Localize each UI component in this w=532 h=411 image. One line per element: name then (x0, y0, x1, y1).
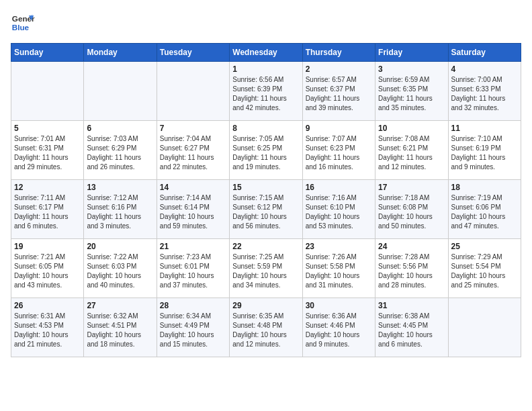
calendar-cell: 26Sunrise: 6:31 AM Sunset: 4:53 PM Dayli… (11, 298, 84, 357)
calendar-cell: 3Sunrise: 6:59 AM Sunset: 6:35 PM Daylig… (375, 62, 448, 121)
calendar-cell: 30Sunrise: 6:36 AM Sunset: 4:46 PM Dayli… (302, 298, 375, 357)
day-number: 6 (87, 124, 153, 133)
cell-info: Sunrise: 7:05 AM Sunset: 6:25 PM Dayligh… (232, 134, 299, 172)
calendar-cell: 9Sunrise: 7:07 AM Sunset: 6:23 PM Daylig… (302, 121, 375, 180)
logo-icon: General Blue (11, 11, 35, 35)
cell-info: Sunrise: 7:23 AM Sunset: 6:01 PM Dayligh… (160, 253, 226, 290)
calendar-table: SundayMondayTuesdayWednesdayThursdayFrid… (11, 43, 521, 357)
cell-info: Sunrise: 7:16 AM Sunset: 6:10 PM Dayligh… (306, 193, 372, 231)
cell-info: Sunrise: 7:12 AM Sunset: 6:16 PM Dayligh… (87, 193, 153, 231)
cell-info: Sunrise: 6:35 AM Sunset: 4:48 PM Dayligh… (232, 312, 299, 349)
calendar-cell (157, 62, 229, 121)
col-header-friday: Friday (375, 44, 448, 62)
day-number: 10 (378, 124, 445, 133)
calendar-cell: 20Sunrise: 7:22 AM Sunset: 6:03 PM Dayli… (84, 239, 157, 298)
cell-info: Sunrise: 7:29 AM Sunset: 5:54 PM Dayligh… (451, 253, 518, 290)
cell-info: Sunrise: 6:34 AM Sunset: 4:49 PM Dayligh… (160, 312, 226, 349)
calendar-cell: 13Sunrise: 7:12 AM Sunset: 6:16 PM Dayli… (84, 180, 157, 239)
day-number: 29 (232, 301, 299, 310)
cell-info: Sunrise: 7:28 AM Sunset: 5:56 PM Dayligh… (378, 253, 445, 290)
calendar-cell: 1Sunrise: 6:56 AM Sunset: 6:39 PM Daylig… (230, 62, 302, 121)
day-number: 9 (306, 124, 372, 133)
calendar-cell: 21Sunrise: 7:23 AM Sunset: 6:01 PM Dayli… (157, 239, 229, 298)
col-header-tuesday: Tuesday (157, 44, 229, 62)
calendar-cell: 17Sunrise: 7:18 AM Sunset: 6:08 PM Dayli… (375, 180, 448, 239)
day-number: 14 (160, 183, 226, 192)
day-number: 20 (87, 242, 153, 251)
day-number: 4 (451, 64, 518, 74)
week-row-2: 5Sunrise: 7:01 AM Sunset: 6:31 PM Daylig… (11, 121, 521, 180)
day-number: 3 (378, 64, 445, 74)
day-number: 27 (87, 301, 153, 310)
col-header-monday: Monday (84, 44, 157, 62)
day-number: 13 (87, 183, 153, 192)
cell-info: Sunrise: 7:04 AM Sunset: 6:27 PM Dayligh… (160, 134, 226, 172)
calendar-cell: 24Sunrise: 7:28 AM Sunset: 5:56 PM Dayli… (375, 239, 448, 298)
calendar-cell (84, 62, 157, 121)
calendar-cell: 28Sunrise: 6:34 AM Sunset: 4:49 PM Dayli… (157, 298, 229, 357)
cell-info: Sunrise: 6:56 AM Sunset: 6:39 PM Dayligh… (232, 75, 299, 113)
calendar-cell: 10Sunrise: 7:08 AM Sunset: 6:21 PM Dayli… (375, 121, 448, 180)
cell-info: Sunrise: 7:21 AM Sunset: 6:05 PM Dayligh… (14, 253, 81, 290)
calendar-cell (448, 298, 521, 357)
day-number: 5 (14, 124, 81, 133)
day-number: 25 (451, 242, 518, 251)
day-number: 18 (451, 183, 518, 192)
calendar-cell: 8Sunrise: 7:05 AM Sunset: 6:25 PM Daylig… (230, 121, 302, 180)
cell-info: Sunrise: 7:08 AM Sunset: 6:21 PM Dayligh… (378, 134, 445, 172)
week-row-1: 1Sunrise: 6:56 AM Sunset: 6:39 PM Daylig… (11, 62, 521, 121)
calendar-cell: 11Sunrise: 7:10 AM Sunset: 6:19 PM Dayli… (448, 121, 521, 180)
cell-info: Sunrise: 7:03 AM Sunset: 6:29 PM Dayligh… (87, 134, 153, 172)
cell-info: Sunrise: 7:25 AM Sunset: 5:59 PM Dayligh… (232, 253, 299, 290)
calendar-cell: 2Sunrise: 6:57 AM Sunset: 6:37 PM Daylig… (302, 62, 375, 121)
day-number: 19 (14, 242, 81, 251)
cell-info: Sunrise: 7:22 AM Sunset: 6:03 PM Dayligh… (87, 253, 153, 290)
calendar-cell: 7Sunrise: 7:04 AM Sunset: 6:27 PM Daylig… (157, 121, 229, 180)
day-number: 2 (306, 64, 372, 74)
col-header-wednesday: Wednesday (230, 44, 302, 62)
cell-info: Sunrise: 6:57 AM Sunset: 6:37 PM Dayligh… (306, 75, 372, 113)
day-number: 8 (232, 124, 299, 133)
day-number: 26 (14, 301, 81, 310)
cell-info: Sunrise: 6:31 AM Sunset: 4:53 PM Dayligh… (14, 312, 81, 349)
day-number: 15 (232, 183, 299, 192)
day-number: 30 (306, 301, 372, 310)
calendar-cell: 14Sunrise: 7:14 AM Sunset: 6:14 PM Dayli… (157, 180, 229, 239)
cell-info: Sunrise: 6:36 AM Sunset: 4:46 PM Dayligh… (306, 312, 372, 349)
cell-info: Sunrise: 7:19 AM Sunset: 6:06 PM Dayligh… (451, 193, 518, 231)
col-header-saturday: Saturday (448, 44, 521, 62)
calendar-cell: 22Sunrise: 7:25 AM Sunset: 5:59 PM Dayli… (230, 239, 302, 298)
calendar-cell: 27Sunrise: 6:32 AM Sunset: 4:51 PM Dayli… (84, 298, 157, 357)
cell-info: Sunrise: 6:32 AM Sunset: 4:51 PM Dayligh… (87, 312, 153, 349)
calendar-cell: 15Sunrise: 7:15 AM Sunset: 6:12 PM Dayli… (230, 180, 302, 239)
day-number: 28 (160, 301, 226, 310)
cell-info: Sunrise: 7:01 AM Sunset: 6:31 PM Dayligh… (14, 134, 81, 172)
day-number: 17 (378, 183, 445, 192)
calendar-cell: 5Sunrise: 7:01 AM Sunset: 6:31 PM Daylig… (11, 121, 84, 180)
calendar-cell (11, 62, 84, 121)
cell-info: Sunrise: 6:38 AM Sunset: 4:45 PM Dayligh… (378, 312, 445, 349)
page-header: General Blue (11, 11, 521, 35)
day-number: 21 (160, 242, 226, 251)
day-number: 11 (451, 124, 518, 133)
day-number: 23 (306, 242, 372, 251)
calendar-cell: 16Sunrise: 7:16 AM Sunset: 6:10 PM Dayli… (302, 180, 375, 239)
cell-info: Sunrise: 7:10 AM Sunset: 6:19 PM Dayligh… (451, 134, 518, 172)
calendar-cell: 29Sunrise: 6:35 AM Sunset: 4:48 PM Dayli… (230, 298, 302, 357)
day-number: 7 (160, 124, 226, 133)
cell-info: Sunrise: 7:07 AM Sunset: 6:23 PM Dayligh… (306, 134, 372, 172)
svg-text:Blue: Blue (12, 23, 30, 32)
logo: General Blue (11, 11, 35, 35)
cell-info: Sunrise: 7:11 AM Sunset: 6:17 PM Dayligh… (14, 193, 81, 231)
cell-info: Sunrise: 7:00 AM Sunset: 6:33 PM Dayligh… (451, 75, 518, 113)
week-row-3: 12Sunrise: 7:11 AM Sunset: 6:17 PM Dayli… (11, 180, 521, 239)
day-number: 12 (14, 183, 81, 192)
cell-info: Sunrise: 7:15 AM Sunset: 6:12 PM Dayligh… (232, 193, 299, 231)
col-header-thursday: Thursday (302, 44, 375, 62)
cell-info: Sunrise: 6:59 AM Sunset: 6:35 PM Dayligh… (378, 75, 445, 113)
week-row-4: 19Sunrise: 7:21 AM Sunset: 6:05 PM Dayli… (11, 239, 521, 298)
day-number: 1 (232, 64, 299, 74)
day-number: 16 (306, 183, 372, 192)
calendar-cell: 23Sunrise: 7:26 AM Sunset: 5:58 PM Dayli… (302, 239, 375, 298)
calendar-cell: 18Sunrise: 7:19 AM Sunset: 6:06 PM Dayli… (448, 180, 521, 239)
